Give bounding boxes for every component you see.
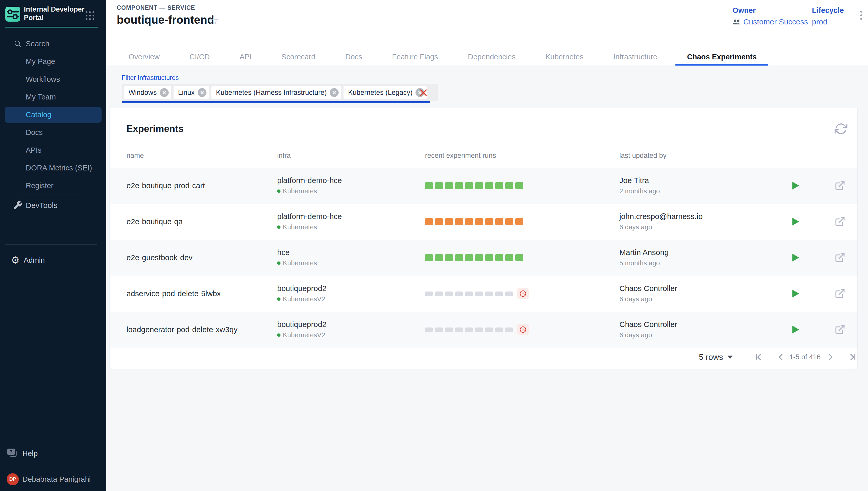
- sidebar-item-dora-metrics-sei[interactable]: DORA Metrics (SEI): [0, 159, 106, 177]
- recent-runs-indicator: [425, 182, 523, 189]
- tab-docs[interactable]: Docs: [334, 48, 374, 65]
- app-title: Internal Developer Portal: [24, 5, 85, 22]
- tab-overview[interactable]: Overview: [117, 48, 171, 65]
- previous-page-icon[interactable]: [776, 352, 786, 363]
- filter-chip-kubernetes-legacy[interactable]: Kubernetes (Legacy) ×: [344, 86, 427, 99]
- recent-runs-indicator: [425, 288, 529, 299]
- run-failed-square: [505, 218, 513, 225]
- run-passed-square: [495, 254, 503, 261]
- tab-ci-cd[interactable]: CI/CD: [178, 48, 221, 65]
- harness-idp-logo-icon: [5, 7, 20, 22]
- chip-remove-icon[interactable]: ×: [198, 88, 206, 97]
- filter-infrastructures-link[interactable]: Filter Infrastructures: [122, 74, 179, 82]
- overdue-clock-icon: [517, 324, 529, 335]
- rows-per-page-select[interactable]: 5 rows: [699, 352, 733, 362]
- dropdown-caret-icon: [728, 355, 733, 358]
- run-passed-square: [465, 254, 473, 261]
- sidebar-item-devtools[interactable]: DevTools: [0, 195, 106, 216]
- infra-status-dot: [277, 261, 281, 265]
- table-row-loadgenerator-pod-delete-xw3qy[interactable]: loadgenerator-pod-delete-xw3qy boutiquep…: [110, 312, 857, 348]
- run-empty-square: [495, 327, 503, 332]
- open-in-new-icon[interactable]: [835, 252, 845, 263]
- next-page-icon[interactable]: [825, 352, 836, 363]
- run-empty-square: [465, 291, 473, 296]
- infra-status-dot: [277, 334, 281, 337]
- sidebar-item-my-team[interactable]: My Team: [0, 88, 106, 106]
- open-in-new-icon[interactable]: [835, 180, 845, 191]
- open-in-new-icon[interactable]: [835, 288, 845, 299]
- experiment-infra: boutiqueprod2 KubernetesV2: [277, 284, 326, 303]
- open-in-new-icon[interactable]: [835, 324, 845, 335]
- run-experiment-icon[interactable]: [792, 181, 799, 190]
- chip-remove-icon[interactable]: ×: [330, 88, 339, 97]
- run-passed-square: [495, 182, 503, 189]
- run-experiment-icon[interactable]: [792, 218, 799, 226]
- sidebar-item-workflows[interactable]: Workflows: [0, 70, 106, 88]
- owner-label[interactable]: Owner: [732, 6, 808, 15]
- run-passed-square: [435, 182, 443, 189]
- tab-scorecard[interactable]: Scorecard: [270, 48, 327, 65]
- recent-runs-indicator: [425, 218, 523, 225]
- experiment-infra: hce Kubernetes: [277, 248, 317, 267]
- tab-api[interactable]: API: [228, 48, 263, 65]
- first-page-icon[interactable]: [753, 352, 764, 363]
- sidebar-item-catalog[interactable]: Catalog: [5, 107, 102, 123]
- chip-remove-icon[interactable]: ×: [160, 88, 169, 97]
- run-passed-square: [475, 254, 483, 261]
- run-experiment-icon[interactable]: [792, 254, 799, 262]
- clear-filters-icon[interactable]: [418, 88, 428, 98]
- filter-chip-windows[interactable]: Windows ×: [124, 86, 171, 99]
- experiments-title: Experiments: [126, 123, 183, 134]
- run-passed-square: [505, 182, 513, 189]
- run-empty-square: [435, 291, 443, 296]
- lifecycle-label[interactable]: Lifecycle: [812, 6, 844, 15]
- sidebar-item-register[interactable]: Register: [0, 177, 106, 195]
- owner-link[interactable]: Customer Success: [743, 18, 808, 26]
- help-chat-icon: ?: [7, 448, 18, 459]
- apps-grid-icon[interactable]: [86, 11, 94, 20]
- run-empty-square: [475, 291, 483, 296]
- run-passed-square: [485, 182, 493, 189]
- tab-kubernetes[interactable]: Kubernetes: [534, 48, 595, 65]
- sidebar-item-my-page[interactable]: My Page: [0, 53, 106, 70]
- run-failed-square: [475, 218, 483, 225]
- tab-dependencies[interactable]: Dependencies: [456, 48, 527, 65]
- run-empty-square: [425, 291, 433, 296]
- run-experiment-icon[interactable]: [792, 325, 799, 334]
- run-passed-square: [515, 254, 523, 261]
- tab-chaos-experiments[interactable]: Chaos Experiments: [675, 48, 768, 65]
- column-last-updated: last updated by: [619, 152, 666, 160]
- run-experiment-icon[interactable]: [792, 289, 799, 298]
- sidebar-item-apis[interactable]: APIs: [0, 141, 106, 159]
- refresh-icon[interactable]: [835, 122, 847, 135]
- wrench-icon: [13, 201, 23, 210]
- user-avatar: DP: [7, 473, 19, 485]
- run-failed-square: [485, 218, 493, 225]
- table-row-e2e-boutique-qa[interactable]: e2e-boutique-qa platform-demo-hce Kubern…: [110, 204, 857, 239]
- tab-infrastructure[interactable]: Infrastructure: [602, 48, 669, 65]
- sidebar-item-docs[interactable]: Docs: [0, 124, 106, 141]
- table-row-e2e-guestbook-dev[interactable]: e2e-guestbook-dev hce Kubernetes Martin …: [110, 239, 857, 276]
- filter-input-underline: [122, 101, 430, 103]
- tab-feature-flags[interactable]: Feature Flags: [380, 48, 450, 65]
- table-row-e2e-boutique-prod-cart[interactable]: e2e-boutique-prod-cart platform-demo-hce…: [110, 168, 857, 204]
- more-options-kebab-icon[interactable]: [857, 11, 865, 23]
- experiment-name: e2e-guestbook-dev: [126, 253, 193, 262]
- run-empty-square: [455, 291, 463, 296]
- infrastructure-filter-chipbar[interactable]: Windows × Linux × Kubernetes (Harness In…: [122, 84, 438, 101]
- table-row-adservice-pod-delete-5lwbx[interactable]: adservice-pod-delete-5lwbx boutiqueprod2…: [110, 276, 857, 312]
- experiments-table-body: e2e-boutique-prod-cart platform-demo-hce…: [110, 168, 857, 348]
- filter-chip-kubernetes-harness-infrastructure[interactable]: Kubernetes (Harness Infrastructure) ×: [211, 86, 341, 99]
- sidebar-item-help[interactable]: ? Help: [0, 444, 106, 463]
- last-page-icon[interactable]: [847, 352, 858, 363]
- lifecycle-value: prod: [812, 18, 828, 26]
- sidebar-item-search[interactable]: Search: [0, 35, 106, 53]
- filter-chip-linux[interactable]: Linux ×: [174, 86, 209, 99]
- run-passed-square: [445, 182, 453, 189]
- sidebar-user[interactable]: DP Debabrata Panigrahi: [0, 472, 106, 486]
- run-failed-square: [445, 218, 453, 225]
- open-in-new-icon[interactable]: [835, 216, 845, 227]
- run-empty-square: [465, 327, 473, 332]
- sidebar-item-admin[interactable]: ⚙Admin: [0, 245, 106, 276]
- favorite-star-icon[interactable]: ☆: [208, 14, 219, 27]
